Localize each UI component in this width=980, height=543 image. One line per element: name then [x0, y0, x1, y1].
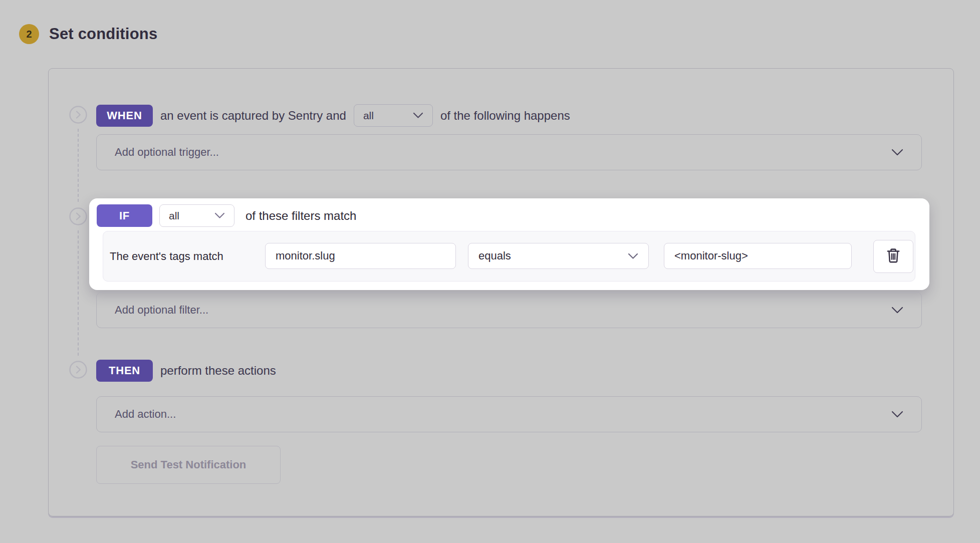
add-optional-filter-select[interactable]: Add optional filter... [96, 292, 922, 328]
chevron-right-circle-icon [69, 207, 88, 226]
page-title: Set conditions [49, 25, 157, 43]
chevron-down-icon [891, 146, 903, 159]
delete-filter-button[interactable] [873, 240, 913, 273]
step-connector-line [78, 129, 79, 202]
chevron-right-circle-icon [69, 105, 88, 124]
send-test-notification-button[interactable]: Send Test Notification [96, 446, 281, 484]
if-badge: IF [97, 204, 152, 227]
filter-condition-label: The event's tags match [110, 231, 223, 281]
when-text-before: an event is captured by Sentry and [160, 109, 346, 123]
when-aggregate-value: all [363, 110, 374, 122]
chevron-down-icon [891, 304, 903, 317]
when-aggregate-select[interactable]: all [354, 104, 433, 127]
chevron-down-icon [891, 408, 903, 421]
if-row: IF all of these filters match [97, 204, 364, 227]
then-text-after: perform these actions [160, 364, 276, 378]
when-row: WHEN an event is captured by Sentry and … [96, 104, 578, 127]
filter-row: The event's tags match equals [103, 231, 915, 282]
then-badge: THEN [96, 360, 153, 382]
trash-icon [885, 247, 901, 266]
step-connector-line [78, 230, 79, 356]
if-aggregate-value: all [169, 210, 179, 222]
filter-key-input[interactable] [265, 243, 456, 269]
step-header: 2 Set conditions [19, 24, 157, 44]
if-step-marker [69, 207, 88, 226]
chevron-down-icon [628, 249, 638, 262]
then-row: THEN perform these actions [96, 359, 284, 382]
add-optional-trigger-select[interactable]: Add optional trigger... [96, 134, 922, 170]
then-step-marker [69, 360, 88, 379]
if-aggregate-select[interactable]: all [159, 204, 234, 227]
add-optional-trigger-placeholder: Add optional trigger... [115, 146, 219, 159]
filter-value-input[interactable] [664, 243, 852, 269]
chevron-down-icon [214, 212, 225, 219]
add-action-placeholder: Add action... [115, 408, 176, 421]
add-action-select[interactable]: Add action... [96, 396, 922, 432]
add-optional-filter-placeholder: Add optional filter... [115, 304, 208, 317]
filter-match-value: equals [478, 249, 511, 262]
filter-match-select[interactable]: equals [468, 243, 649, 269]
if-text-after: of these filters match [246, 209, 356, 223]
when-badge: WHEN [96, 105, 153, 127]
when-text-after: of the following happens [440, 109, 570, 123]
chevron-down-icon [413, 112, 423, 119]
chevron-right-circle-icon [69, 360, 88, 379]
if-filters-card: IF all of these filters match The event'… [89, 198, 929, 290]
when-step-marker [69, 105, 88, 124]
step-number-badge: 2 [19, 24, 39, 44]
